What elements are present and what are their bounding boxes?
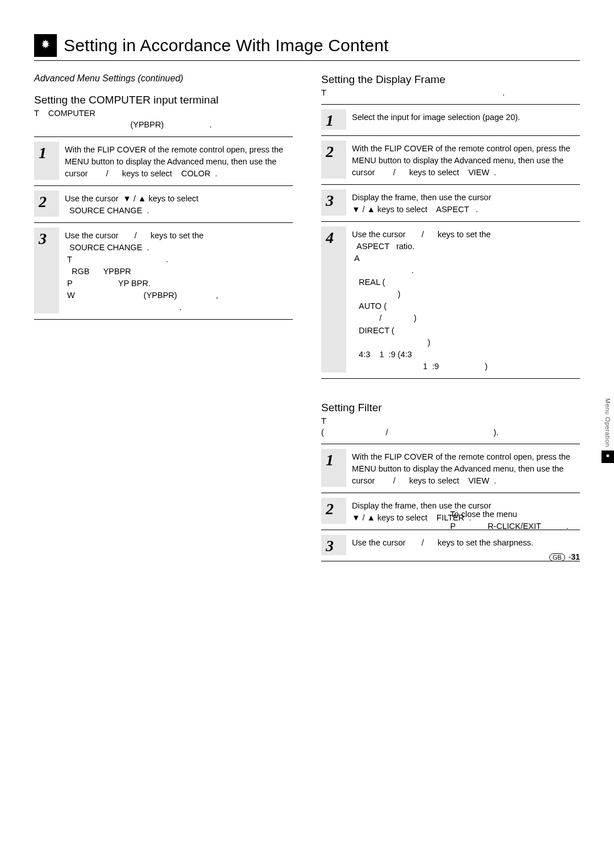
step-body: Select the input for image selection (pa… bbox=[346, 109, 576, 130]
step-row: 3 Use the cursor / keys to set the sharp… bbox=[321, 530, 580, 561]
step-number: 3 bbox=[321, 189, 346, 216]
step-row: 3 Display the frame, then use the cursor… bbox=[321, 185, 580, 222]
steps-computer-input: 1 With the FLIP COVER of the remote cont… bbox=[34, 137, 293, 320]
step-body: With the FLIP COVER of the remote contro… bbox=[59, 142, 289, 180]
steps-display-frame: 1 Select the input for image selection (… bbox=[321, 104, 580, 378]
title-bar: Setting in Accordance With Image Content bbox=[34, 34, 580, 61]
step-body: Use the cursor ▼ / ▲ keys to select SOUR… bbox=[59, 191, 289, 217]
page-title: Setting in Accordance With Image Content bbox=[64, 36, 389, 55]
left-column: Advanced Menu Settings (continued) Setti… bbox=[34, 73, 293, 561]
step-row: 1 Select the input for image selection (… bbox=[321, 105, 580, 136]
step-number: 2 bbox=[34, 191, 59, 217]
step-row: 4 Use the cursor / keys to set the ASPEC… bbox=[321, 222, 580, 378]
page-number: GB -31 bbox=[549, 552, 580, 561]
sparkle-icon bbox=[601, 450, 614, 463]
page-number-value: 31 bbox=[571, 552, 580, 561]
steps-filter: 1 With the FLIP COVER of the remote cont… bbox=[321, 444, 580, 561]
step-body: Display the frame, then use the cursor ▼… bbox=[346, 189, 576, 216]
step-number: 2 bbox=[321, 140, 346, 179]
step-row: 2 With the FLIP COVER of the remote cont… bbox=[321, 136, 580, 185]
section-heading-filter: Setting Filter bbox=[321, 402, 580, 414]
step-number: 1 bbox=[321, 449, 346, 487]
footer-close-menu: To close the menu P R-CLICK/EXIT . bbox=[450, 509, 569, 534]
step-number: 3 bbox=[321, 535, 346, 555]
side-tab-label: Menu Operation bbox=[604, 398, 611, 447]
section-heading-display-frame: Setting the Display Frame bbox=[321, 73, 580, 86]
section-sub-display-frame: T . bbox=[321, 87, 580, 98]
step-body: With the FLIP COVER of the remote contro… bbox=[346, 140, 576, 179]
step-number: 1 bbox=[321, 109, 346, 130]
step-row: 1 With the FLIP COVER of the remote cont… bbox=[34, 137, 293, 186]
step-body: Use the cursor / keys to set the ASPECT … bbox=[346, 226, 576, 372]
right-column: Setting the Display Frame T . 1 Select t… bbox=[321, 73, 580, 561]
step-number: 4 bbox=[321, 226, 346, 372]
continued-label: Advanced Menu Settings (continued) bbox=[34, 73, 293, 84]
step-body: Use the cursor / keys to set the sharpne… bbox=[346, 535, 576, 555]
section-heading-computer-input: Setting the COMPUTER input terminal bbox=[34, 94, 293, 106]
sparkle-settings-icon bbox=[34, 34, 57, 57]
step-body: With the FLIP COVER of the remote contro… bbox=[346, 449, 576, 487]
step-number: 2 bbox=[321, 498, 346, 524]
step-row: 3 Use the cursor / keys to set the SOURC… bbox=[34, 223, 293, 320]
step-number: 1 bbox=[34, 142, 59, 180]
step-body: Use the cursor / keys to set the SOURCE … bbox=[59, 228, 289, 313]
step-number: 3 bbox=[34, 228, 59, 313]
step-row: 1 With the FLIP COVER of the remote cont… bbox=[321, 444, 580, 493]
region-badge: GB bbox=[549, 553, 565, 561]
section-sub-filter: T ( / ). bbox=[321, 415, 580, 439]
step-row: 2 Use the cursor ▼ / ▲ keys to select SO… bbox=[34, 186, 293, 223]
side-tab: Menu Operation bbox=[601, 398, 614, 463]
section-sub-computer-input: T COMPUTER (YPBPR) . bbox=[34, 108, 293, 131]
